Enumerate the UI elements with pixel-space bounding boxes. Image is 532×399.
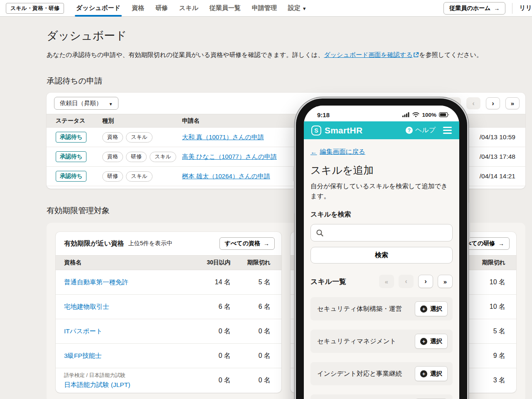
expired-count: 10 名 [466,278,505,287]
qualification-link[interactable]: 3級FP技能士 [64,352,101,359]
request-link[interactable]: 桝本 雄太（10264）さんの申請 [182,172,270,180]
qualification-category: 語学検定 / 日本語能力試験 [64,372,186,379]
plus-icon [420,370,427,377]
type-tag: 研修 [102,171,123,182]
battery-icon [439,112,449,117]
within30-count: 0 名 [186,376,231,385]
tab-requests[interactable]: 申請管理 [252,0,277,17]
plus-icon [420,338,427,345]
qualification-link[interactable]: 宅地建物取引士 [64,303,109,310]
skill-name: セキュリティマネジメント [317,337,396,346]
arrow-right-icon [264,240,269,247]
type-tag: 資格 [102,132,123,143]
phone-power-button [469,202,470,239]
phone-status-bar: 9:18 100% [304,106,459,121]
previous-page-button[interactable] [466,97,480,109]
qualifications-table-header: 資格名 30日以内 期限切れ [56,255,281,270]
column-header-name: 資格名 [64,259,186,266]
search-button[interactable]: 検索 [310,247,453,264]
all-qualifications-button[interactable]: すべての資格 [219,237,275,250]
column-header-status: ステータス [56,117,102,125]
expired-count: 6 名 [231,303,271,311]
expired-count: 9 名 [466,352,505,360]
request-link[interactable]: 大和 真（10071）さんの申請 [182,133,264,140]
previous-page-button[interactable] [399,275,414,288]
request-link[interactable]: 高美 ひなこ（10077）さんの申請 [182,153,277,160]
tab-dashboard[interactable]: ダッシュボード [76,0,121,17]
phone-screen: 9:18 100% SmartHR ヘルプ [304,106,459,399]
qualifications-card-header: 有効期限が近い資格 上位5件を表示中 すべての資格 [56,232,281,255]
next-page-button[interactable] [486,97,500,109]
within30-count: 0 名 [186,327,231,336]
type-tag: 研修 [126,152,147,162]
select-skill-button[interactable]: 選択 [415,301,448,316]
table-row: 語学検定 / 日本語能力試験 日本語能力試験 (JLPT) 0 名 0 名 [56,368,281,393]
sort-select[interactable]: 依頼日（昇順） [54,97,118,110]
select-skill-button[interactable]: 選択 [415,334,448,349]
phone-page-description: 自分が保有しているスキルを検索して追加できます。 [310,181,453,201]
tab-employees[interactable]: 従業員一覧 [209,0,241,17]
list-item: プライバシー保護 選択 [310,394,453,399]
phone-page-title: スキルを追加 [310,163,453,177]
expired-count: 3 名 [466,376,505,385]
list-item: セキュリティ体制構築・運営 選択 [310,297,453,320]
column-header-expired: 期限切れ [231,259,271,266]
arrow-left-icon [310,148,317,156]
dashboard-help-link[interactable]: ダッシュボード画面を確認する [324,51,412,58]
pending-section-title: 承認待ちの申請 [47,76,525,86]
qualification-link[interactable]: 普通自動車第一種免許 [64,278,128,286]
help-link[interactable]: ヘルプ [406,126,436,135]
chevron-down-icon [109,100,113,107]
last-page-button[interactable] [438,275,453,288]
search-icon [316,229,324,237]
search-label: スキルを検索 [310,210,453,219]
tab-settings[interactable]: 設定 [288,0,306,17]
select-skill-button[interactable]: 選択 [415,366,448,381]
qualification-link[interactable]: 日本語能力試験 (JLPT) [64,381,130,388]
qualification-link[interactable]: ITパスポート [64,328,103,335]
nav-release-link[interactable]: リリ [519,4,532,12]
phone-app-bar: SmartHR ヘルプ [304,121,459,139]
table-row: ITパスポート 0 名 0 名 [56,319,281,344]
column-header-type: 種別 [102,117,182,125]
type-tag: 資格 [102,152,123,162]
next-page-button[interactable] [418,275,433,288]
tab-trainings[interactable]: 研修 [155,0,168,17]
chevron-down-icon [303,5,306,12]
arrow-right-icon [498,240,504,247]
tab-skills[interactable]: スキル [179,0,198,17]
nav-right-group: 従業員のホーム リリ [443,2,532,15]
question-icon [406,127,413,134]
table-row: 普通自動車第一種免許 14 名 5 名 [56,270,281,295]
page-title: ダッシュボード [47,28,525,43]
page-description: あなたの承認待ちの申請や、有効期限切れの従業員がいる資格や研修を確認できます。詳… [47,51,525,59]
skill-name: インシデント対応と事業継続 [317,369,402,378]
list-item: セキュリティマネジメント 選択 [310,330,453,353]
tab-qualifications[interactable]: 資格 [132,0,144,17]
skill-list-title: スキル一覧 [310,277,346,286]
type-tag: スキル [126,171,153,182]
table-row: 宅地建物取引士 6 名 6 名 [56,295,281,319]
status-badge: 承認待ち [56,171,86,182]
skill-name: セキュリティ体制構築・運営 [317,305,402,313]
hamburger-menu-icon[interactable] [443,127,452,134]
qualifications-card-title: 有効期限が近い資格 [64,239,124,248]
skill-search-input[interactable] [310,224,453,241]
phone-content: 編集画面に戻る スキルを追加 自分が保有しているスキルを検索して追加できます。 … [304,139,459,399]
last-page-button[interactable] [505,97,520,109]
smarthr-logo-icon [311,126,321,135]
expired-count: 0 名 [231,376,271,385]
top-navigation: スキル・資格・研修 ダッシュボード 資格 研修 スキル 従業員一覧 申請管理 設… [0,0,532,17]
plus-icon [420,305,427,313]
status-badge: 承認待ち [56,151,86,162]
expired-count: 0 名 [231,352,271,360]
within30-count: 6 名 [186,303,231,311]
battery-percent: 100% [422,112,436,118]
type-tag: スキル [150,152,176,162]
expired-count: 0 名 [231,327,271,336]
back-to-edit-link[interactable]: 編集画面に戻る [310,148,365,156]
first-page-button[interactable] [379,275,394,288]
employee-home-button[interactable]: 従業員のホーム [443,2,505,15]
qualifications-card-subtitle: 上位5件を表示中 [128,240,172,247]
status-badge: 承認待ち [56,132,86,143]
